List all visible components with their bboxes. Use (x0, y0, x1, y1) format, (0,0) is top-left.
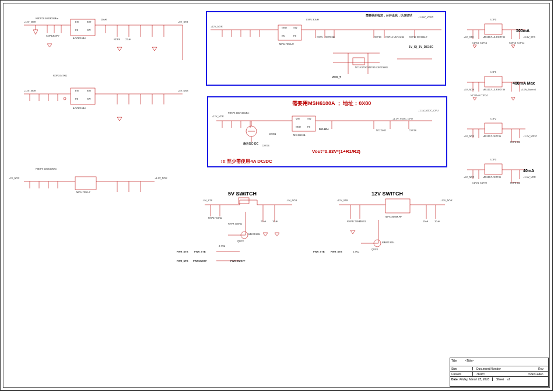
u1p0: U1P0 (490, 18, 496, 21)
note-box2-cn: 靠近DC-DC (243, 142, 258, 145)
r1-out: +3.3V_STB (523, 36, 535, 38)
rsp8b: RSP8 0Ω (325, 36, 335, 38)
r4-in: +5V_NOR (464, 176, 474, 178)
fbsp1: FBSP1 600/1006A/e (228, 111, 249, 114)
ic-b2: AOZ3015AI/ (73, 107, 86, 110)
rdp24-b2: RDP24 47KΩ (53, 74, 67, 77)
box2-warning: !!! 至少需使用4A DC/DC (221, 158, 272, 164)
tb-size-label: Size (451, 367, 473, 370)
svg-rect-12 (485, 24, 502, 34)
tb-doc-val: <Doc> (476, 372, 485, 376)
u1p1: U1P1 (490, 71, 496, 74)
pin-bst-1: BST (87, 20, 92, 23)
ic-box1: MP1470GJ-Z/ (279, 43, 294, 46)
sw5v-in: +5V_STB (202, 199, 212, 202)
pwr-stb-2a: PWR_STB (313, 250, 325, 253)
sw12v-title: 12V SWITCH (371, 191, 403, 197)
pwr-onoff: PWR ON/OFF (230, 260, 246, 262)
tb-date-val: Friday, March 25, 2016 (460, 377, 489, 381)
tb-date-label: Date: (451, 377, 459, 381)
csp12: CSP12 NC/100nF (409, 36, 427, 38)
lsp5: LSP5 3.3uH (306, 18, 319, 21)
sw12v-out: +12V_NOR (440, 199, 453, 202)
qdp2: QDP2 (237, 240, 244, 243)
pin-gnd-1: GND (282, 26, 287, 29)
pin-en-b1: EN (282, 34, 285, 37)
net-in-b1: +12V_NOR (24, 20, 36, 23)
pin-sw-b2: SW (307, 117, 311, 120)
pwr-stb-1c: PWR_STB (177, 260, 188, 262)
box2-header: 需要用MSH6100A ； 地址：0X80 (292, 100, 371, 107)
rsp14: RSP14 NC/1.5KΩ (385, 36, 404, 38)
r2-part: AS1117L-3.3/SOT89 (483, 88, 505, 91)
r2-label: 400mA Max (513, 81, 535, 85)
sw5v-out: +5V_NOR (286, 199, 297, 202)
csp5: CSP5 (317, 36, 322, 38)
tb-doc-label: Document Number (476, 367, 501, 370)
fb-b1: FBDP28 600/3006A/e (36, 17, 58, 20)
rspA: 100KΩ (269, 132, 276, 135)
schematic-sheet: +12V_NOR +5V_STB AOZ3015AI/ FBDP28 600/3… (0, 0, 553, 391)
r2-in: +5V_NOR (464, 88, 474, 91)
pin-gnd-b2: GND (296, 125, 301, 128)
tb-title-val: <Title> (465, 359, 474, 365)
net-in-box1: +12V_NOR (211, 25, 223, 28)
dio: DIO-BD4 (319, 128, 328, 131)
tb-rev-val: <RevCode> (528, 372, 544, 376)
pwrswoff-1: PWRSWOFF (193, 260, 207, 262)
r3-in: +5V_NOR (464, 135, 474, 138)
pin-bst-2: BST (87, 89, 92, 92)
pwr-stb-1a: PWR_STB (177, 250, 188, 253)
cdp12: CDP12 (46, 34, 54, 37)
cdpA: 22uF (125, 38, 131, 41)
ic-b1: AOZ3015AI/ (73, 37, 86, 40)
r4-out: +1.5V_NOR (523, 176, 536, 178)
pwr-stb-2b: PWR_STB (331, 250, 342, 253)
r4-c2: C1P22 (480, 181, 487, 184)
r1-part: AS1117L-3.3/SOT89 (483, 36, 505, 38)
qdp4: QDP4 (371, 248, 378, 251)
u1p2: U1P2 (490, 117, 496, 120)
r47k: 4.7KΩ (219, 244, 225, 247)
pin-en-2: EN (75, 89, 79, 92)
net-in-b2: +12V_NOR (24, 89, 36, 92)
pin-en-1: EN (75, 20, 79, 23)
q12v: MP9486GM-HF (385, 215, 402, 218)
tr2: RAB713004 (382, 241, 395, 244)
net-in-b3: +5V_NOR (9, 177, 19, 180)
r1-label: 500mA (516, 29, 530, 33)
r1-c4: C1P14 (517, 41, 524, 44)
r4-c1: C1P21 (472, 181, 479, 184)
r1-c2: C1P11 (480, 41, 487, 44)
r3-r1p: R1P6 0Ω (510, 141, 520, 144)
r1-in: +5V_STB (464, 36, 474, 38)
r2-out: +3.3V_Normal (521, 88, 536, 91)
r1-c3: C1P13 (509, 41, 516, 44)
rdp47c: 100KΩ (359, 220, 366, 223)
r3-part: AS1117L/SOT89 (483, 135, 501, 138)
net-iq: 1V_IQ_1V_DS10G (409, 45, 433, 48)
note-cn-box1: 需要模拟电源，分开走线，以便调试 (366, 13, 412, 17)
q5v: AO3401A (236, 193, 246, 196)
sw12v-in: +12V_STB (336, 199, 348, 202)
r4-label: 40mA (523, 169, 534, 173)
net-out-b3: +3.3V_NOR (155, 177, 167, 180)
svg-rect-13 (485, 76, 502, 87)
tr1: RAB713004 (248, 233, 261, 236)
csp18: CSP18 (409, 129, 416, 132)
pin-vin-b2: VIN (296, 117, 300, 120)
svg-rect-10 (385, 199, 410, 213)
svg-rect-14 (485, 123, 502, 134)
fb-b3: FBDP9 600/100M%/ (36, 167, 57, 170)
ic-box2: MSH6110A (293, 134, 305, 136)
net-out-b1: +5V_STB (178, 20, 188, 23)
rdp47a: RSP47 10KΩ (208, 216, 222, 219)
pin-fb-b2: FB (307, 125, 310, 128)
box2-formula: Vout=0.83V*(1+R1/R2) (312, 149, 360, 154)
svg-rect-15 (485, 164, 502, 174)
cdpA2: 22uF (261, 220, 266, 223)
pwr-stb-1b: PWR_STB (194, 250, 206, 253)
pin-fb-1: FB (75, 29, 78, 32)
rsp3a: RSP3 100KΩ (228, 222, 242, 225)
lsp2: 10uH (101, 18, 107, 21)
